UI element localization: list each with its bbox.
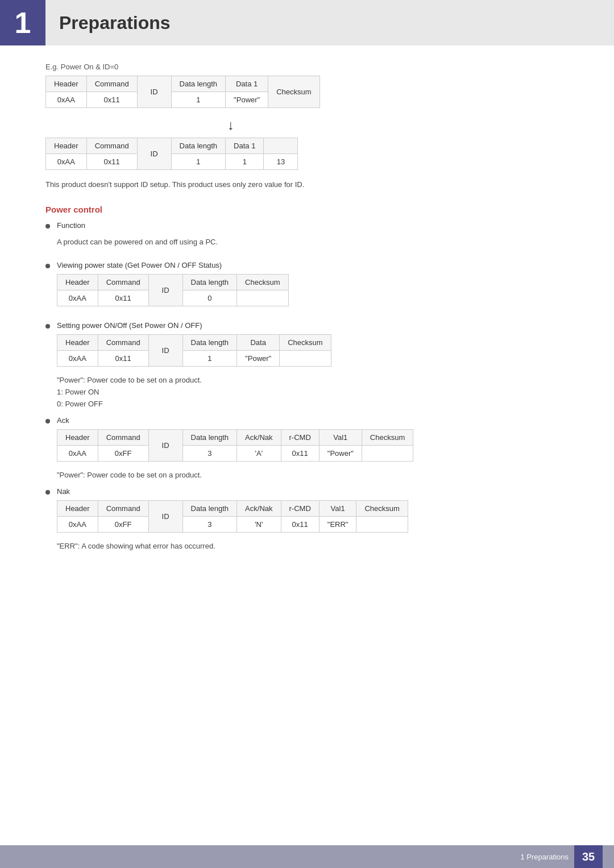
bullet-dot: [45, 419, 50, 423]
viewing-label: Viewing power state (Get Power ON / OFF …: [57, 261, 569, 269]
main-content: E.g. Power On & ID=0 Header Command ID D…: [0, 63, 614, 604]
col-header: Header: [57, 274, 98, 290]
table-cell: [280, 350, 331, 366]
col-header: Checksum: [362, 429, 413, 445]
col-header: ID: [148, 500, 182, 532]
setting-note1: "Power": Power code to be set on a produ…: [57, 376, 569, 384]
nak-label: Nak: [57, 487, 569, 496]
table-cell: 0xAA: [46, 92, 87, 108]
setting-table: Header Command ID Data length Data Check…: [57, 334, 569, 367]
table-cell: 3: [182, 445, 237, 461]
col-header: Header: [57, 334, 98, 350]
table-cell: [356, 516, 408, 532]
table-cell: "Power": [226, 92, 268, 108]
col-header: Data 1: [226, 138, 264, 154]
bullet-viewing: Viewing power state (Get Power ON / OFF …: [45, 261, 569, 315]
table-cell: [362, 445, 413, 461]
bullet-dot: [45, 490, 50, 495]
bullet-function: Function A product can be powered on and…: [45, 221, 569, 255]
col-header: Header: [46, 76, 87, 92]
footer-text: 1 Preparations: [520, 853, 569, 861]
table-cell: 1: [182, 350, 237, 366]
col-header: ID: [148, 429, 182, 461]
bullet-dot: [45, 224, 50, 229]
table-cell: "Power": [237, 350, 280, 366]
col-header: r-CMD: [281, 500, 319, 516]
col-header: Header: [57, 500, 98, 516]
ack-label: Ack: [57, 416, 569, 425]
bullet-setting: Setting power ON/Off (Set Power ON / OFF…: [45, 321, 569, 410]
down-arrow: ↓: [45, 117, 569, 133]
table-cell: 1: [171, 154, 226, 170]
bullet-ack: Ack Header Command ID Data length Ack/Na…: [45, 416, 569, 481]
col-header: Command: [98, 334, 148, 350]
col-header: Command: [98, 500, 148, 516]
table-cell: 0xAA: [57, 290, 98, 306]
bullet-dot: [45, 324, 50, 329]
page-header: 1 Preparations: [0, 0, 614, 45]
table-cell: 0x11: [86, 92, 137, 108]
nak-table: Header Command ID Data length Ack/Nak r-…: [57, 500, 569, 533]
col-header: Data length: [171, 76, 226, 92]
table-cell: 0xAA: [57, 516, 98, 532]
col-header: ID: [137, 76, 171, 108]
table-cell: 0x11: [281, 516, 319, 532]
table-cell: 0: [182, 290, 237, 306]
eg-table2: Header Command ID Data length Data 1 0xA…: [45, 138, 569, 170]
table-cell: 0x11: [281, 445, 319, 461]
col-header: Val1: [319, 500, 356, 516]
table-cell: 0xAA: [57, 445, 98, 461]
table-cell: 0xFF: [98, 445, 148, 461]
col-header: ID: [148, 334, 182, 366]
page-number: 35: [574, 845, 603, 868]
col-header: Checksum: [356, 500, 408, 516]
col-header: Header: [46, 138, 87, 154]
viewing-table: Header Command ID Data length Checksum 0…: [57, 274, 569, 306]
col-header: Checksum: [237, 274, 288, 290]
col-header: Command: [86, 138, 137, 154]
col-header: Command: [86, 76, 137, 92]
function-label: Function: [57, 221, 569, 230]
table-cell: "ERR": [319, 516, 356, 532]
ack-table: Header Command ID Data length Ack/Nak r-…: [57, 429, 569, 462]
bullet-content: Function A product can be powered on and…: [57, 221, 569, 255]
table-cell: 1: [171, 92, 226, 108]
col-header: Data length: [182, 334, 237, 350]
function-desc: A product can be powered on and off usin…: [57, 236, 569, 248]
table-cell: 0x11: [98, 290, 148, 306]
setting-note3: 0: Power OFF: [57, 400, 569, 408]
col-header: r-CMD: [281, 429, 319, 445]
bullet-nak: Nak Header Command ID Data length Ack/Na…: [45, 487, 569, 553]
table-cell: 1: [226, 154, 264, 170]
table-cell: [237, 290, 288, 306]
bullet-content: Setting power ON/Off (Set Power ON / OFF…: [57, 321, 569, 410]
col-header: Ack/Nak: [237, 429, 281, 445]
table-cell: 0xFF: [98, 516, 148, 532]
table-cell: "Power": [319, 445, 362, 461]
ack-note: "Power": Power code to be set on a produ…: [57, 471, 569, 479]
table-cell: 3: [182, 516, 237, 532]
bullet-content: Ack Header Command ID Data length Ack/Na…: [57, 416, 569, 481]
col-header: ID: [148, 274, 182, 306]
table-cell: 'N': [237, 516, 281, 532]
setting-label: Setting power ON/Off (Set Power ON / OFF…: [57, 321, 569, 330]
setting-note2: 1: Power ON: [57, 388, 569, 396]
col-header: ID: [137, 138, 171, 170]
table-cell: 0xAA: [46, 154, 87, 170]
table-cell: 13: [264, 154, 298, 170]
eg-note: This product doesn't support ID setup. T…: [45, 179, 569, 191]
eg-label: E.g. Power On & ID=0: [45, 63, 569, 71]
col-header: Checksum: [280, 334, 331, 350]
table-cell: 0x11: [98, 350, 148, 366]
col-header: Data length: [182, 429, 237, 445]
nak-note: "ERR": A code showing what error has occ…: [57, 542, 569, 550]
col-header: Val1: [319, 429, 362, 445]
table-cell: 'A': [237, 445, 281, 461]
bullet-dot: [45, 264, 50, 268]
col-header: Data length: [171, 138, 226, 154]
chapter-title-box: Preparations: [45, 0, 614, 45]
col-header: Header: [57, 429, 98, 445]
eg-table1: Header Command ID Data length Data 1 Che…: [45, 76, 569, 108]
col-header: Ack/Nak: [237, 500, 281, 516]
table-cell: 0xAA: [57, 350, 98, 366]
